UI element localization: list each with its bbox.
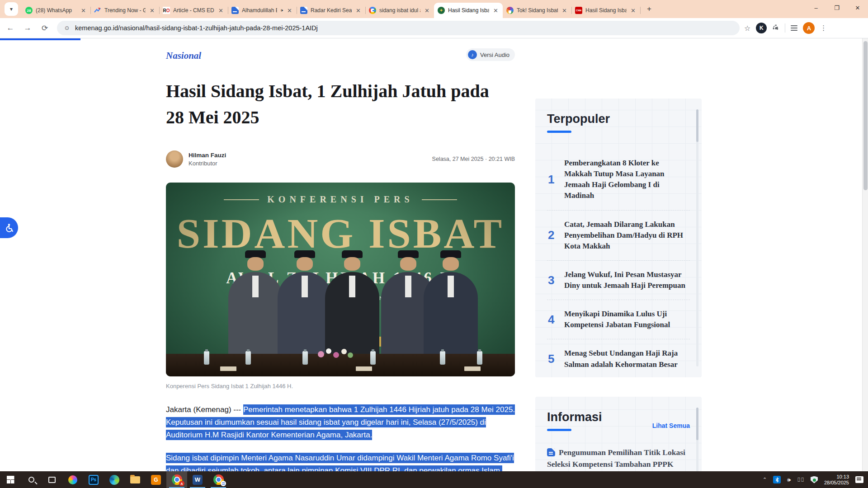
- category-link[interactable]: Nasional: [166, 50, 201, 61]
- list-item[interactable]: 1 Pemberangkatan 8 Kloter ke Makkah Tutu…: [547, 149, 690, 211]
- task-view-button[interactable]: [42, 471, 62, 488]
- profile-avatar[interactable]: A: [803, 22, 815, 34]
- close-icon[interactable]: ✕: [217, 7, 224, 14]
- terpopuler-card: Terpopuler 1 Pemberangkatan 8 Kloter ke …: [535, 99, 702, 377]
- url-text[interactable]: kemenag.go.id/nasional/hasil-sidang-isba…: [75, 24, 318, 32]
- security-shield-icon[interactable]: [811, 476, 818, 483]
- search-icon: [28, 477, 34, 483]
- hero-kicker: KONFERENSI PERS: [166, 194, 515, 205]
- reading-list-icon[interactable]: [791, 25, 797, 31]
- informasi-heading: Informasi: [547, 410, 602, 424]
- tab-title: Alhamdulillah Ban: [242, 7, 277, 14]
- flower-arrangement: [315, 347, 357, 359]
- close-icon[interactable]: ✕: [286, 7, 293, 14]
- cms-editor-icon: RO: [163, 7, 170, 14]
- tray-date: 28/05/2025: [824, 480, 849, 486]
- item-rank: 5: [548, 352, 557, 366]
- edge-icon: [109, 475, 119, 485]
- close-icon[interactable]: ✕: [492, 7, 499, 14]
- list-item[interactable]: 4 Menyikapi Dinamika Lulus Uji Kompetens…: [547, 300, 690, 339]
- tab-google-search[interactable]: sidang isbat idul adh ✕: [365, 3, 434, 18]
- person-figure: [278, 250, 332, 357]
- page-scrollbar[interactable]: [862, 38, 868, 471]
- list-item[interactable]: 2 Catat, Jemaah Dilarang Lakukan Penyemb…: [547, 211, 690, 261]
- back-button[interactable]: ←: [4, 21, 17, 35]
- tab-audio-icon[interactable]: 🕩: [280, 8, 283, 13]
- edge-button[interactable]: [104, 471, 125, 488]
- clock[interactable]: 10:13 28/05/2025: [824, 474, 849, 486]
- notification-center-icon[interactable]: [855, 476, 863, 483]
- extensions-puzzle-icon[interactable]: [772, 24, 779, 33]
- tray-chevron-icon[interactable]: ⌃: [763, 477, 767, 483]
- article-title: Hasil Sidang Isbat, 1 Zulhijah Jatuh pad…: [166, 78, 500, 131]
- list-item[interactable]: 3 Jelang Wukuf, Ini Pesan Mustasyar Diny…: [547, 261, 690, 300]
- wheelchair-icon: [4, 222, 14, 233]
- network-icon[interactable]: ⌷⌷: [797, 476, 804, 483]
- water-bottle: [440, 351, 445, 365]
- windows-taskbar: Ps G A W ◫ ⌃ 🕪 ⌷⌷ 10:13 28/05/2025: [0, 471, 868, 488]
- scrollbar-thumb[interactable]: [863, 41, 868, 190]
- file-explorer-icon: [130, 476, 140, 483]
- close-icon[interactable]: ✕: [80, 7, 87, 14]
- taskbar-apps: Ps G A W ◫: [0, 471, 229, 488]
- new-tab-button[interactable]: +: [643, 3, 656, 15]
- tab-title: Hasil Sidang Isbat: Idu: [585, 7, 627, 14]
- pdf-app-icon: G: [151, 475, 161, 485]
- site-info-icon[interactable]: ⊙: [63, 24, 71, 32]
- word-button[interactable]: W: [187, 471, 208, 488]
- search-button[interactable]: [21, 471, 42, 488]
- tab-cms-editor[interactable]: RO Article - CMS EDITOR ✕: [159, 3, 228, 18]
- tab-strip: ▾ 28 (28) WhatsApp ✕ Trending Now - Goog…: [0, 0, 868, 18]
- close-icon[interactable]: ✕: [424, 7, 430, 14]
- card-scrollbar[interactable]: [696, 109, 698, 366]
- tab-title: Article - CMS EDITOR: [173, 7, 214, 14]
- volume-icon[interactable]: 🕪: [787, 476, 791, 483]
- tab-title: Trending Now - Goog: [104, 7, 146, 14]
- kemenag-icon: ✦: [438, 7, 445, 14]
- toolbar-divider: [785, 23, 785, 33]
- tab-active-kemenag[interactable]: ✦ Hasil Sidang Isbat, 1 Z ✕: [434, 3, 503, 18]
- close-window-button[interactable]: ✕: [847, 0, 868, 15]
- author-name[interactable]: Hilman Fauzi: [189, 152, 226, 159]
- bluetooth-icon[interactable]: [773, 476, 781, 483]
- tab-whatsapp[interactable]: 28 (28) WhatsApp ✕: [22, 3, 90, 18]
- tab-trending[interactable]: Trending Now - Goog ✕: [90, 3, 159, 18]
- item-rank: 1: [548, 173, 557, 187]
- tab-tok-sidang[interactable]: Tok! Sidang Isbat Teta ✕: [503, 3, 571, 18]
- chrome-profile-b-button[interactable]: ◫: [208, 471, 229, 488]
- close-icon[interactable]: ✕: [149, 7, 156, 14]
- tab-search-chevron-icon[interactable]: ▾: [5, 2, 18, 16]
- close-icon[interactable]: ✕: [355, 7, 362, 14]
- tab-alhamdulillah[interactable]: Alhamdulillah Ban 🕩 ✕: [228, 3, 297, 18]
- close-icon[interactable]: ✕: [561, 7, 568, 14]
- menu-dots-icon[interactable]: ⋮: [820, 24, 827, 32]
- pdf-app-button[interactable]: G: [146, 471, 166, 488]
- extension-k-icon[interactable]: K: [756, 23, 767, 33]
- photoshop-button[interactable]: Ps: [83, 471, 104, 488]
- informasi-header: Informasi Lihat Semua: [547, 410, 690, 431]
- start-button[interactable]: [0, 471, 21, 488]
- copilot-button[interactable]: [62, 471, 83, 488]
- url-bar[interactable]: ⊙ kemenag.go.id/nasional/hasil-sidang-is…: [57, 21, 740, 35]
- chrome-profile-a-button[interactable]: A: [166, 471, 187, 488]
- browser-toolbar: ← → ⟳ ⊙ kemenag.go.id/nasional/hasil-sid…: [0, 18, 868, 38]
- forward-button[interactable]: →: [21, 21, 34, 35]
- file-explorer-button[interactable]: [125, 471, 146, 488]
- copilot-icon: [68, 475, 77, 484]
- water-bottle: [245, 351, 251, 365]
- tab-radar-kediri[interactable]: Radar Kediri Search ✕: [297, 3, 365, 18]
- reload-button[interactable]: ⟳: [38, 21, 52, 35]
- lihat-semua-link[interactable]: Lihat Semua: [652, 422, 690, 429]
- bookmark-star-icon[interactable]: ☆: [744, 24, 750, 33]
- name-card: [356, 366, 372, 371]
- maximize-button[interactable]: ❐: [826, 0, 847, 15]
- author-avatar[interactable]: [166, 150, 183, 168]
- close-icon[interactable]: ✕: [630, 7, 637, 14]
- terpopuler-heading: Terpopuler: [547, 112, 690, 126]
- music-note-icon: ♪: [468, 50, 477, 59]
- versi-audio-button[interactable]: ♪ Versi Audio: [466, 48, 515, 61]
- tab-cnn[interactable]: CNN Hasil Sidang Isbat: Idu ✕: [571, 3, 640, 18]
- task-view-icon: [48, 477, 56, 483]
- minimize-button[interactable]: –: [806, 0, 826, 15]
- list-item[interactable]: 5 Menag Sebut Undangan Haji Raja Salman …: [547, 339, 690, 377]
